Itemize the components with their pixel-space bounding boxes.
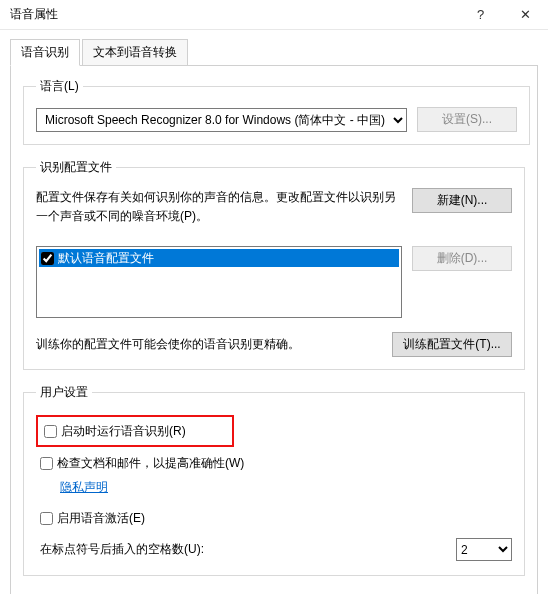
highlight-annotation: 启动时运行语音识别(R)	[36, 415, 234, 447]
train-description: 训练你的配置文件可能会使你的语音识别更精确。	[36, 336, 382, 353]
titlebar: 语音属性 ? ✕	[0, 0, 548, 30]
language-dropdown[interactable]: Microsoft Speech Recognizer 8.0 for Wind…	[36, 108, 407, 132]
language-group: 语言(L) Microsoft Speech Recognizer 8.0 fo…	[23, 78, 530, 145]
close-button[interactable]: ✕	[503, 0, 548, 30]
review-docs-row[interactable]: 检查文档和邮件，以提高准确性(W)	[40, 453, 512, 473]
profile-item[interactable]: 默认语音配置文件	[39, 249, 399, 267]
run-at-startup-label: 启动时运行语音识别(R)	[61, 423, 186, 440]
tab-panel: 语言(L) Microsoft Speech Recognizer 8.0 fo…	[10, 65, 538, 594]
train-profile-button[interactable]: 训练配置文件(T)...	[392, 332, 512, 357]
help-button[interactable]: ?	[458, 0, 503, 30]
language-settings-button: 设置(S)...	[417, 107, 517, 132]
delete-profile-button: 删除(D)...	[412, 246, 512, 271]
user-settings-group: 用户设置 启动时运行语音识别(R) 检查文档和邮件，以提高准确性(W) 隐私声明…	[23, 384, 525, 576]
window-title: 语音属性	[10, 6, 458, 23]
language-legend: 语言(L)	[36, 78, 83, 95]
user-settings-legend: 用户设置	[36, 384, 92, 401]
review-docs-checkbox[interactable]	[40, 457, 53, 470]
profiles-group: 识别配置文件 配置文件保存有关如何识别你的声音的信息。更改配置文件以识别另一个声…	[23, 159, 525, 370]
profile-item-label: 默认语音配置文件	[58, 250, 154, 267]
run-at-startup-row[interactable]: 启动时运行语音识别(R)	[44, 421, 226, 441]
privacy-statement-link[interactable]: 隐私声明	[60, 479, 108, 496]
run-at-startup-checkbox[interactable]	[44, 425, 57, 438]
spaces-after-punct-label: 在标点符号后插入的空格数(U):	[40, 541, 446, 558]
review-docs-label: 检查文档和邮件，以提高准确性(W)	[57, 455, 244, 472]
voice-activation-row[interactable]: 启用语音激活(E)	[40, 508, 512, 528]
tab-speech-recognition[interactable]: 语音识别	[10, 39, 80, 66]
voice-activation-checkbox[interactable]	[40, 512, 53, 525]
spaces-after-punct-row: 在标点符号后插入的空格数(U): 2	[40, 538, 512, 561]
voice-activation-label: 启用语音激活(E)	[57, 510, 145, 527]
tab-text-to-speech[interactable]: 文本到语音转换	[82, 39, 188, 66]
dialog-content: 语音识别 文本到语音转换 语言(L) Microsoft Speech Reco…	[0, 30, 548, 594]
tab-strip: 语音识别 文本到语音转换	[10, 39, 538, 66]
spaces-after-punct-dropdown[interactable]: 2	[456, 538, 512, 561]
new-profile-button[interactable]: 新建(N)...	[412, 188, 512, 213]
profiles-description: 配置文件保存有关如何识别你的声音的信息。更改配置文件以识别另一个声音或不同的噪音…	[36, 188, 402, 226]
profiles-legend: 识别配置文件	[36, 159, 116, 176]
profile-checkbox[interactable]	[41, 252, 54, 265]
profiles-listbox[interactable]: 默认语音配置文件	[36, 246, 402, 318]
